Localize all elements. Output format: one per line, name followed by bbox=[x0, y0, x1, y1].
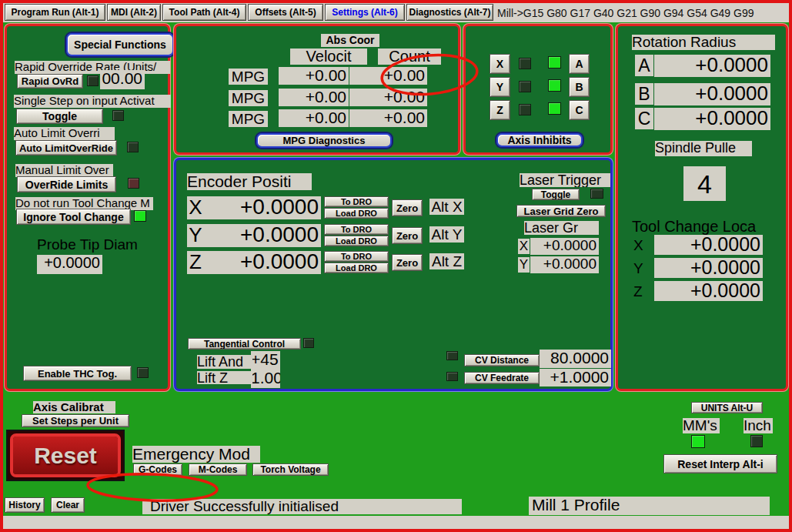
probe-tip-diameter-dro[interactable]: +0.0000 bbox=[37, 255, 102, 274]
tab-program-run[interactable]: Program Run (Alt-1) bbox=[5, 4, 105, 21]
override-limits-led bbox=[128, 178, 139, 189]
tool-change-x-dro[interactable]: +0.0000 bbox=[654, 235, 763, 255]
tab-tool-path[interactable]: Tool Path (Alt-4) bbox=[162, 4, 246, 21]
units-button[interactable]: UNITS Alt-U bbox=[691, 402, 763, 413]
lift-z-dro[interactable]: 1.00 bbox=[251, 370, 280, 388]
encoder-z-label: Z bbox=[187, 251, 204, 274]
mpg2-count-dro[interactable]: +0.00 bbox=[349, 89, 427, 106]
tool-change-location-title: Tool Change Loca bbox=[632, 219, 781, 235]
rotation-b-label: B bbox=[635, 83, 653, 105]
laser-y-label: Y bbox=[518, 257, 530, 273]
encoder-z-zero-button[interactable]: Zero bbox=[392, 254, 423, 271]
rotation-c-dro[interactable]: +0.0000 bbox=[654, 108, 770, 130]
active-gcode-modes: Mill->G15 G80 G17 G40 G21 G90 G94 G54 G4… bbox=[497, 7, 786, 19]
cv-distance-dro[interactable]: 80.0000 bbox=[540, 350, 611, 368]
axis-c-button[interactable]: C bbox=[569, 100, 590, 120]
encoder-alt-z-label: Alt Z bbox=[429, 253, 464, 269]
encoder-alt-x-label: Alt X bbox=[429, 199, 464, 215]
rapid-ovrd-button[interactable]: Rapid OvRd bbox=[17, 74, 83, 89]
mm-units-label: MM's bbox=[683, 418, 720, 433]
tool-change-z-dro[interactable]: +0.0000 bbox=[654, 281, 763, 301]
tab-diagnostics[interactable]: Diagnostics (Alt-7) bbox=[406, 4, 493, 21]
mpg-panel: Abs Coor Velocit Count MPG +0.00 +0.00 M… bbox=[174, 24, 460, 155]
velocity-header: Velocit bbox=[290, 49, 367, 65]
tangential-control-led bbox=[303, 338, 314, 348]
rotation-b-dro[interactable]: +0.0000 bbox=[654, 83, 770, 105]
axis-b-led bbox=[548, 79, 561, 92]
encoder-y-load-dro-button[interactable]: Load DRO bbox=[324, 236, 389, 246]
torch-voltage-button[interactable]: Torch Voltage bbox=[252, 463, 329, 476]
tool-change-x-label: X bbox=[633, 238, 649, 253]
lift-z-label: Lift Z bbox=[197, 371, 252, 384]
encoder-x-label: X bbox=[187, 196, 204, 219]
cv-feedrate-dro[interactable]: +1.0000 bbox=[540, 369, 611, 386]
single-step-toggle-button[interactable]: Toggle bbox=[16, 109, 103, 124]
mpg1-count-dro[interactable]: +0.00 bbox=[349, 67, 427, 85]
axis-z-led bbox=[519, 104, 531, 115]
encoder-x-dro[interactable]: +0.0000 bbox=[204, 196, 321, 219]
encoder-z-dro[interactable]: +0.0000 bbox=[204, 251, 321, 274]
laser-toggle-button[interactable]: Toggle bbox=[532, 189, 580, 200]
laser-toggle-led bbox=[590, 189, 603, 199]
spindle-pulley-dro[interactable]: 4 bbox=[683, 166, 726, 201]
mpg3-velocity-dro[interactable]: +0.00 bbox=[279, 109, 349, 127]
mpg3-label: MPG bbox=[229, 111, 268, 127]
cv-feedrate-button[interactable]: CV Feedrate bbox=[464, 372, 540, 384]
encoder-alt-y-label: Alt Y bbox=[429, 226, 464, 243]
encoder-x-to-dro-button[interactable]: To DRO bbox=[324, 196, 389, 207]
manual-limit-override-label: Manual Limit Over bbox=[15, 164, 113, 177]
encoder-position-panel: Encoder Positi X +0.0000 To DRO Load DRO… bbox=[174, 158, 613, 391]
laser-y-dro[interactable]: +0.0000 bbox=[530, 256, 599, 273]
encoder-y-dro[interactable]: +0.0000 bbox=[204, 224, 321, 247]
axis-inhibits-button[interactable]: Axis Inhibits bbox=[496, 133, 583, 147]
mpg3-count-dro[interactable]: +0.00 bbox=[349, 109, 427, 127]
encoder-z-load-dro-button[interactable]: Load DRO bbox=[324, 263, 389, 273]
tool-change-y-dro[interactable]: +0.0000 bbox=[654, 258, 763, 278]
single-step-label: Single Step on input Activat bbox=[14, 95, 171, 108]
tab-mdi[interactable]: MDI (Alt-2) bbox=[107, 4, 161, 21]
axis-x-button[interactable]: X bbox=[490, 54, 510, 74]
mm-units-led bbox=[691, 435, 705, 448]
rapid-override-rate-label: Rapid Override Rate (Units/ bbox=[15, 61, 170, 74]
cv-distance-led bbox=[446, 351, 458, 360]
encoder-y-zero-button[interactable]: Zero bbox=[392, 227, 423, 244]
rotation-radius-title: Rotation Radius bbox=[632, 35, 775, 50]
rapid-ovrd-dro[interactable]: 00.00 bbox=[100, 70, 145, 89]
tab-offsets[interactable]: Offsets (Alt-5) bbox=[248, 4, 323, 21]
axis-y-button[interactable]: Y bbox=[490, 77, 510, 97]
mpg2-velocity-dro[interactable]: +0.00 bbox=[279, 89, 349, 106]
cv-distance-button[interactable]: CV Distance bbox=[464, 354, 540, 366]
mcodes-button[interactable]: M-Codes bbox=[189, 463, 247, 476]
history-button[interactable]: History bbox=[5, 497, 45, 513]
axis-a-button[interactable]: A bbox=[569, 54, 590, 74]
reset-button[interactable]: Reset bbox=[6, 430, 125, 481]
mpg1-velocity-dro[interactable]: +0.00 bbox=[279, 67, 349, 85]
auto-limit-override-button[interactable]: Auto LimitOverRide bbox=[15, 140, 117, 156]
laser-grid-zero-button[interactable]: Laser Grid Zero bbox=[516, 205, 606, 217]
axis-c-led bbox=[548, 102, 561, 115]
tool-change-y-label: Y bbox=[633, 261, 649, 276]
enable-thc-led bbox=[137, 367, 149, 378]
mpg-diagnostics-button[interactable]: MPG Diagnostics bbox=[256, 133, 392, 148]
encoder-x-load-dro-button[interactable]: Load DRO bbox=[324, 208, 389, 219]
override-limits-button[interactable]: OverRide Limits bbox=[17, 176, 116, 192]
gcodes-button[interactable]: G-Codes bbox=[133, 463, 182, 476]
clear-button[interactable]: Clear bbox=[51, 497, 85, 513]
laser-x-dro[interactable]: +0.0000 bbox=[530, 238, 599, 255]
mpg2-label: MPG bbox=[229, 90, 268, 106]
encoder-y-to-dro-button[interactable]: To DRO bbox=[324, 224, 389, 235]
enable-thc-button[interactable]: Enable THC Tog. bbox=[23, 366, 132, 381]
reset-interp-button[interactable]: Reset Interp Alt-i bbox=[663, 454, 777, 473]
encoder-z-to-dro-button[interactable]: To DRO bbox=[324, 251, 389, 262]
axis-z-button[interactable]: Z bbox=[490, 100, 510, 120]
set-steps-per-unit-button[interactable]: Set Steps per Unit bbox=[22, 414, 129, 427]
encoder-x-zero-button[interactable]: Zero bbox=[392, 199, 423, 216]
special-functions-button[interactable]: Special Functions bbox=[66, 33, 174, 56]
ignore-tool-change-button[interactable]: Ignore Tool Change bbox=[16, 209, 131, 225]
tab-settings[interactable]: Settings (Alt-6) bbox=[325, 4, 405, 21]
axis-b-button[interactable]: B bbox=[569, 77, 590, 97]
rotation-a-dro[interactable]: +0.0000 bbox=[654, 55, 770, 77]
lift-angle-dro[interactable]: +45 bbox=[251, 351, 280, 371]
axis-y-led bbox=[519, 81, 531, 92]
tangential-control-button[interactable]: Tangential Control bbox=[188, 338, 301, 350]
